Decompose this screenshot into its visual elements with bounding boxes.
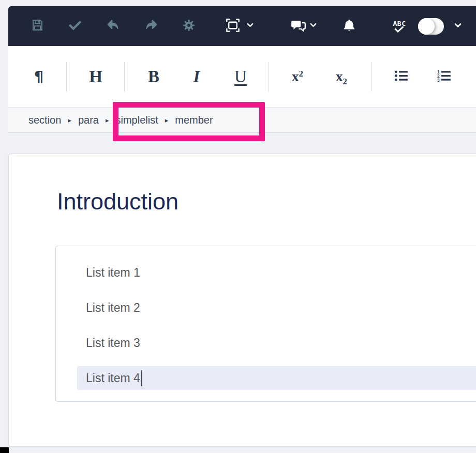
selected-row-highlight: List item 4: [77, 366, 476, 390]
superscript-icon: x2: [292, 69, 303, 85]
save-button[interactable]: [26, 6, 49, 46]
bell-icon: [342, 18, 356, 35]
bulleted-list-button[interactable]: [385, 46, 416, 107]
chevron-down-icon: [454, 21, 462, 32]
check-icon: [68, 19, 82, 34]
format-toolbar: ¶ H B I U x2 x2: [8, 46, 476, 108]
breadcrumb-item-section[interactable]: section: [28, 114, 61, 126]
section-title[interactable]: Introduction: [57, 188, 178, 215]
paragraph-button[interactable]: ¶: [23, 46, 54, 107]
bottom-left-black-mark: [0, 447, 9, 453]
simplelist-block: List item 1 List item 2 List item 3 List…: [55, 246, 476, 402]
underline-icon: U: [234, 67, 247, 86]
bold-button[interactable]: B: [138, 46, 169, 107]
list-item-text: List item 3: [56, 336, 140, 350]
numbered-list-icon: 1 2 3: [437, 70, 451, 84]
toolbar-divider: [269, 62, 269, 92]
list-item[interactable]: List item 2: [56, 290, 476, 325]
subscript-icon: x2: [336, 69, 347, 85]
editor-window: ABC ¶ H B: [0, 0, 476, 453]
italic-icon: I: [194, 67, 200, 86]
breadcrumb-item-member[interactable]: member: [175, 114, 213, 126]
settings-button[interactable]: [177, 6, 200, 46]
more-options-button[interactable]: [451, 6, 465, 46]
comments-dropdown[interactable]: [306, 6, 320, 46]
paragraph-icon: ¶: [34, 68, 43, 85]
check-button[interactable]: [64, 6, 86, 46]
list-item-text: List item 1: [56, 266, 140, 280]
breadcrumb-item-simplelist[interactable]: simplelist: [115, 114, 158, 126]
spell-check-button[interactable]: ABC: [388, 6, 411, 46]
bold-icon: B: [148, 67, 159, 86]
breadcrumb-item-para[interactable]: para: [78, 114, 99, 126]
document-canvas: Introduction List item 1 List item 2 Lis…: [8, 154, 476, 447]
abc-check-icon: ABC: [393, 20, 406, 33]
subscript-button[interactable]: x2: [326, 46, 357, 107]
text-caret: [141, 370, 142, 386]
toggle-switch[interactable]: [418, 18, 444, 35]
underline-button[interactable]: U: [225, 46, 256, 107]
toggle-knob: [418, 18, 435, 35]
breadcrumb-separator-icon: ▸: [165, 116, 169, 124]
notifications-button[interactable]: [338, 6, 361, 46]
bulleted-list-icon: [394, 70, 408, 84]
breadcrumb: section ▸ para ▸ simplelist ▸ member: [8, 108, 476, 133]
svg-text:3: 3: [437, 77, 440, 81]
superscript-button[interactable]: x2: [282, 46, 313, 107]
list-item[interactable]: List item 1: [56, 255, 476, 290]
floppy-disk-icon: [31, 18, 44, 34]
list-item[interactable]: List item 3: [56, 325, 476, 360]
italic-button[interactable]: I: [181, 46, 212, 107]
breadcrumb-separator-icon: ▸: [68, 116, 71, 124]
focus-view-button[interactable]: [221, 6, 244, 46]
list-item-selected[interactable]: List item 4: [56, 360, 476, 396]
chevron-down-icon: [309, 21, 317, 31]
toolbar-divider: [124, 62, 125, 92]
gear-icon: [182, 18, 196, 35]
chevron-down-icon: [246, 21, 254, 31]
speech-bubbles-icon: [290, 18, 307, 35]
list-item-text: List item 4: [86, 371, 140, 385]
undo-arrow-icon: [106, 18, 121, 35]
heading-button[interactable]: H: [80, 46, 111, 107]
list-item-text: List item 2: [56, 301, 140, 315]
redo-arrow-icon: [144, 18, 159, 35]
focus-view-dropdown[interactable]: [243, 6, 257, 46]
redo-button[interactable]: [140, 6, 162, 46]
toolbar-divider: [66, 62, 67, 92]
numbered-list-button[interactable]: 1 2 3: [428, 46, 459, 107]
main-toolbar: ABC: [8, 6, 476, 46]
breadcrumb-separator-icon: ▸: [106, 116, 109, 124]
frame-icon: [226, 18, 240, 35]
heading-icon: H: [89, 67, 102, 86]
undo-button[interactable]: [101, 6, 124, 46]
toolbar-divider: [371, 62, 371, 92]
